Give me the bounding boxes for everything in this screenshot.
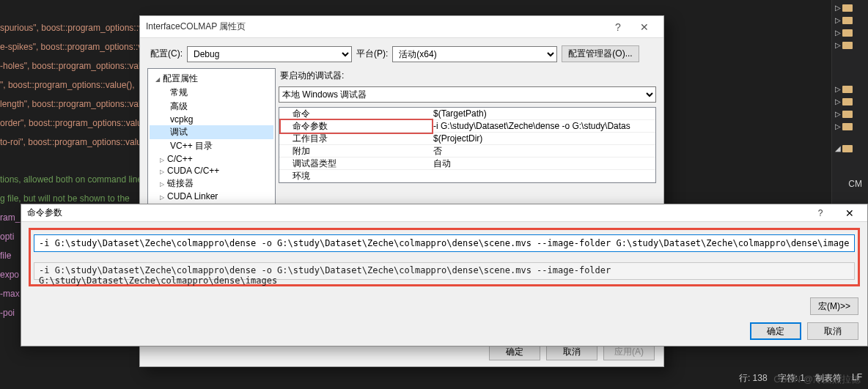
prop-key: 调试器类型 (279, 158, 433, 170)
tree-item-general[interactable]: 常规 (150, 86, 273, 100)
close-icon[interactable]: ✕ (835, 207, 864, 219)
watermark: CSDN @冷面杰拉德 (773, 373, 861, 386)
folder-icon[interactable]: ▷ (842, 109, 856, 119)
solution-explorer-strip: ▷ ▷ ▷ ▷ ▷ ▷ ▷ ▷ ◢ (831, 0, 868, 204)
tree-item-ccpp[interactable]: C/C++ (150, 153, 273, 165)
folder-icon[interactable]: ▷ (842, 3, 856, 13)
macro-button[interactable]: 宏(M)>> (810, 297, 858, 315)
prop-val[interactable]: -i G:\study\Dataset\Zeche\dense -o G:\st… (433, 121, 655, 131)
folder-icon[interactable]: ▷ (842, 28, 856, 38)
prop-key: 环境 (279, 170, 433, 182)
folder-icon[interactable]: ▷ (842, 40, 856, 51)
command-args-dialog: 命令参数 ? ✕ -i G:\study\Dataset\Zeche\colma… (21, 204, 868, 347)
highlighted-frame: -i G:\study\Dataset\Zeche\colmappro\dens… (29, 228, 860, 286)
config-label: 配置(C): (150, 48, 183, 60)
prop-val[interactable]: $(ProjectDir) (433, 133, 655, 144)
tree-root[interactable]: 配置属性 (150, 72, 273, 86)
dialog2-title: 命令参数 (24, 207, 806, 219)
tree-item-debug[interactable]: 调试 (150, 125, 273, 139)
folder-icon[interactable]: ▷ (842, 122, 856, 132)
folder-icon[interactable]: ▷ (842, 15, 856, 26)
platform-select[interactable]: 活动(x64) (392, 46, 557, 62)
dialog-titlebar: InterfaceCOLMAP 属性页 ? ✕ (140, 16, 663, 38)
tree-item-vcdirs[interactable]: VC++ 目录 (150, 139, 273, 153)
prop-key: 附加 (279, 145, 433, 158)
prop-val[interactable]: $(TargetPath) (433, 108, 655, 119)
prop-val[interactable]: 否 (433, 145, 655, 158)
config-row: 配置(C): Debug 平台(P): 活动(x64) 配置管理器(O)... (140, 38, 663, 68)
help-icon[interactable]: ? (806, 208, 835, 218)
debugger-select[interactable]: 本地 Windows 调试器 (279, 86, 656, 103)
tree-item-cudaccpp[interactable]: CUDA C/C++ (150, 165, 273, 177)
config-select[interactable]: Debug (187, 46, 352, 62)
cancel-button[interactable]: 取消 (807, 322, 858, 340)
folder-icon[interactable]: ▷ (842, 97, 856, 107)
ok-button[interactable]: 确定 (750, 322, 801, 340)
dialog-title: InterfaceCOLMAP 属性页 (146, 21, 605, 33)
platform-label: 平台(P): (356, 48, 388, 60)
config-manager-button[interactable]: 配置管理器(O)... (562, 45, 639, 62)
close-icon[interactable]: ✕ (631, 21, 658, 33)
tree-item-vcpkg[interactable]: vcpkg (150, 114, 273, 125)
tree-item-advanced[interactable]: 高级 (150, 100, 273, 114)
status-line: 行: 138 (739, 372, 768, 385)
tree-item-linker[interactable]: 链接器 (150, 177, 273, 190)
command-args-input[interactable] (34, 234, 855, 252)
property-grid[interactable]: 命令$(TargetPath) 命令参数-i G:\study\Dataset\… (279, 107, 656, 183)
prop-val[interactable]: 自动 (433, 158, 655, 170)
tree-item-cudalinker[interactable]: CUDA Linker (150, 190, 273, 202)
command-args-preview: -i G:\study\Dataset\Zeche\colmappro\dens… (34, 262, 855, 280)
folder-icon[interactable]: ▷ (842, 84, 856, 95)
section-label: 要启动的调试器: (280, 70, 656, 82)
folder-icon[interactable]: ◢ (842, 144, 856, 154)
folder-label: CM (848, 179, 862, 189)
help-icon[interactable]: ? (605, 21, 631, 33)
prop-key-command-args: 命令参数 (279, 119, 433, 134)
prop-key: 工作目录 (279, 133, 433, 145)
